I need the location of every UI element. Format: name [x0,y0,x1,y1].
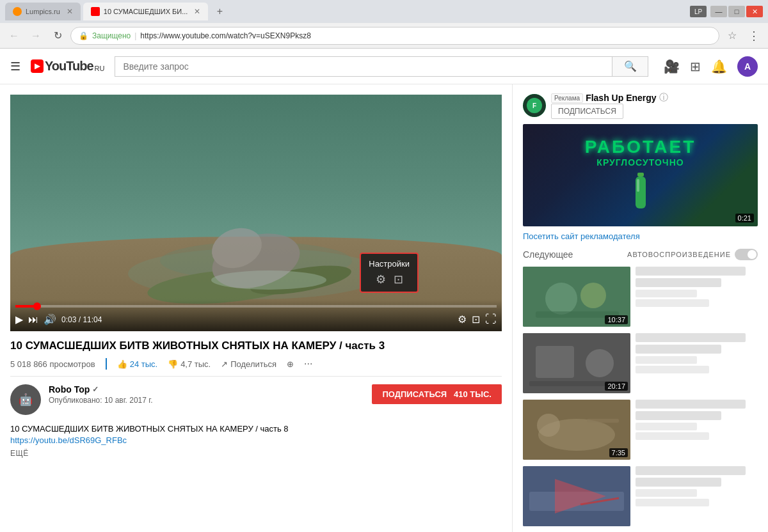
share-button[interactable]: ↗ Поделиться [221,359,276,369]
rec-thumb-1: 10:37 [523,267,630,327]
youtube-logo[interactable]: ▶ YouTube RU [31,59,104,74]
view-count: 5 018 866 просмотров [10,359,95,369]
progress-bar[interactable] [15,305,497,308]
ad-channel-avatar-svg: F [523,94,546,117]
ad-visit-link[interactable]: Посетить сайт рекламодателя [523,231,758,241]
add-to-button[interactable]: ⊕ [287,359,294,369]
rec-channel-3 [636,423,697,430]
video-title: 10 СУМАСШЕДШИХ БИТВ ЖИВОТНЫХ СНЯТЫХ НА К… [10,339,502,353]
minimize-button[interactable]: — [710,6,727,17]
subscribe-button[interactable]: ПОДПИСАТЬСЯ 410 ТЫС. [372,384,502,404]
ad-section: F Реклама Flash Up Energy ⓘ ПОДПИСАТЬСЯ [523,92,758,241]
hamburger-menu[interactable]: ☰ [10,59,20,74]
lock-icon: 🔒 [79,31,88,40]
ad-subscribe-button[interactable]: ПОДПИСАТЬСЯ [551,104,623,119]
channel-avatar[interactable]: 🤖 [10,384,41,415]
new-tab-button[interactable]: + [211,3,228,20]
rec-thumb-3: 7:35 [523,400,630,460]
next-button[interactable]: ⏭ [28,314,38,325]
user-avatar[interactable]: A [737,56,758,77]
rec-duration-2: 20:17 [605,382,628,391]
rec-thumb-4-content [523,466,630,526]
ad-duration: 0:21 [735,214,754,223]
theater-button[interactable]: ⊡ [472,313,480,325]
youtube-logo-ru: RU [95,65,105,72]
autoplay-toggle[interactable] [735,249,758,260]
title-bar: Lumpics.ru ✕ 10 СУМАСШЕДШИХ БИ... ✕ + LP… [0,0,768,23]
channel-avatar-icon: 🤖 [19,393,33,407]
theater-mode-icon[interactable]: ⊡ [394,272,403,286]
back-button[interactable]: ← [5,27,23,45]
play-button[interactable]: ▶ [15,313,23,325]
youtube-header: ☰ ▶ YouTube RU 🔍 🎥 ⊞ 🔔 A [0,49,768,84]
next-header: Следующее АВТОВОСПРОИЗВЕДЕНИЕ [523,249,758,260]
video-player[interactable]: Настройки ⚙ ⊡ [10,95,502,331]
video-stats: 5 018 866 просмотров 👍 24 тыс. 👎 4,7 тыс… [10,358,502,377]
ad-thumbnail[interactable]: РАБОТАЕТ КРУГЛОСУТОЧНО 0: [523,124,758,226]
rec-stats-1 [636,299,709,307]
tab-lumpics-label: Lumpics.ru [26,8,60,15]
rec-video-3[interactable]: 7:35 [523,400,758,460]
youtube-logo-text: YouTube [45,59,93,74]
dislike-button[interactable]: 👎 4,7 тыс. [168,359,211,369]
tab-youtube-label: 10 СУМАСШЕДШИХ БИ... [104,8,188,15]
rec-stats-3 [636,432,709,440]
maximize-button[interactable]: □ [728,6,745,17]
window-controls: LP — □ ✕ [690,6,763,17]
verified-icon: ✓ [92,385,99,394]
settings-button[interactable]: ⚙ [458,313,467,325]
search-bar: 🔍 [115,56,648,77]
tab-youtube[interactable]: 10 СУМАСШЕДШИХ БИ... ✕ [83,3,209,20]
settings-gear-icon[interactable]: ⚙ [376,272,386,286]
search-input[interactable] [115,57,612,76]
channel-details: Robo Top ✓ Опубликовано: 10 авг. 2017 г. [49,384,364,405]
rec-title-2b [636,345,721,354]
rec-video-1[interactable]: 10:37 [523,267,758,327]
address-text: https://www.youtube.com/watch?v=uSEXN9Pk… [140,31,310,40]
svg-point-19 [586,349,614,377]
close-button[interactable]: ✕ [746,6,763,17]
rec-title-1 [636,267,746,276]
camera-icon[interactable]: 🎥 [664,59,680,74]
search-button[interactable]: 🔍 [612,57,648,76]
menu-button[interactable]: ⋮ [745,27,763,45]
rec-video-2[interactable]: 20:17 [523,333,758,393]
ad-thumbnail-content: РАБОТАЕТ КРУГЛОСУТОЧНО [585,137,696,214]
refresh-button[interactable]: ↻ [49,27,67,45]
address-input[interactable]: 🔒 Защищено | https://www.youtube.com/wat… [70,27,719,45]
video-player-container: Настройки ⚙ ⊡ [10,95,502,331]
tab-youtube-close[interactable]: ✕ [194,7,200,16]
youtube-favicon [91,7,100,16]
tab-lumpics[interactable]: Lumpics.ru ✕ [5,3,81,20]
progress-fill [15,305,37,308]
rec-title-3 [636,400,746,409]
progress-thumb [33,302,41,310]
show-more-button[interactable]: ЕЩЁ [10,449,502,458]
sidebar: F Реклама Flash Up Energy ⓘ ПОДПИСАТЬСЯ [512,84,768,532]
settings-tooltip: Настройки ⚙ ⊡ [360,253,419,293]
tab-lumpics-close[interactable]: ✕ [67,7,73,16]
ad-info-icon[interactable]: ⓘ [659,92,668,104]
search-icon: 🔍 [624,60,637,72]
fullscreen-button[interactable]: ⛶ [485,313,497,326]
rec-info-1 [636,267,758,327]
ad-name-row: Реклама Flash Up Energy ⓘ [551,92,758,104]
apps-icon[interactable]: ⊞ [690,59,701,74]
thumbup-icon: 👍 [117,359,127,369]
like-button[interactable]: 👍 24 тыс. [117,359,157,369]
svg-point-14 [545,283,577,315]
forward-button[interactable]: → [27,27,45,45]
volume-icon[interactable]: 🔊 [44,313,56,325]
settings-tooltip-icons: ⚙ ⊡ [369,272,410,286]
ad-channel-info: Реклама Flash Up Energy ⓘ ПОДПИСАТЬСЯ [551,92,758,119]
bookmark-button[interactable]: ☆ [723,27,741,45]
rec-video-4[interactable] [523,466,758,526]
ad-bottle [585,173,696,214]
bell-icon[interactable]: 🔔 [711,59,727,74]
more-button[interactable]: ··· [304,358,312,370]
desc-link[interactable]: https://youtu.be/dSR69G_RFBc [10,435,502,445]
rec-stats-2 [636,366,709,373]
rec-title-1b [636,278,721,287]
svg-rect-10 [637,173,644,176]
video-scene [10,95,502,331]
